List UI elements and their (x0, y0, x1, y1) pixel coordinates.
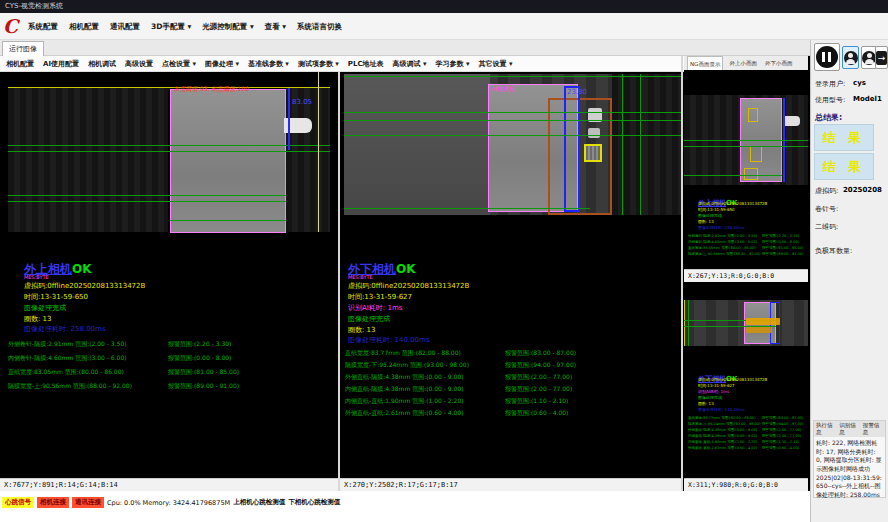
tool-image-process[interactable]: 图像处理 ▾ (205, 59, 239, 69)
measure-row: 内侧卷针-隔膜:4.60mm 范围:(3.00 - 6.00) (688, 240, 757, 244)
qrcode-label: 二维码: (815, 222, 838, 232)
mes-label: MES:BYTE (348, 274, 373, 280)
tab-lower-small-view[interactable]: 外下小画面 (763, 56, 795, 70)
capture-time: 时间:13-31-59-627 (698, 383, 735, 388)
overlay-highlight (746, 318, 780, 325)
menu-camera-config[interactable]: 相机配置 (69, 20, 99, 34)
turns-count: 圈数: 13 (698, 219, 714, 224)
virtual-code: 虚拟码:0ffline2025020813313472B (348, 281, 469, 291)
virtual-code: 虚拟码:0ffline2025020813313472B (698, 201, 767, 206)
process-elapsed: 图像处理耗时: 258.00ms (24, 324, 106, 334)
tab-run-image[interactable]: 运行图像 (2, 41, 44, 56)
capture-time: 时间:13-31-59-650 (698, 207, 735, 212)
pane-divider (681, 56, 683, 491)
alarm-range: 报警范围:(2.00 - 77.00) (505, 373, 572, 382)
heartbeat-badge: 心跳信号 (2, 497, 34, 508)
menu-language-switch[interactable]: 系统语言切换 (297, 20, 342, 34)
measure-row: 内侧直纸-隔膜:4.38mm 范围:(0.00 - 9.00) (345, 385, 464, 394)
tool-ai-config[interactable]: AI使用配置 (43, 59, 79, 69)
menu-view[interactable]: 查看 ▾ (265, 20, 286, 34)
process-done-label: 图像处理完成 (24, 303, 66, 313)
login-user-value: cys (853, 79, 866, 87)
measure-row: 外侧卷针-隔膜:2.91mm 范围:(2.00 - 3.50) (688, 234, 757, 238)
process-elapsed: 图像处理耗时: 140.00ms (698, 407, 745, 412)
toolbar: 相机配置 AI使用配置 相机调试 高级设置 点检设置 ▾ 图像处理 ▾ 基准线参… (0, 56, 684, 72)
tool-test-params[interactable]: 测试项参数 ▾ (298, 59, 339, 69)
user-button-active[interactable] (842, 46, 859, 69)
tool-learn-params[interactable]: 学习参数 ▾ (436, 59, 470, 69)
pause-button[interactable] (814, 43, 840, 71)
measure-row: 外侧卷针-隔膜:2.91mm 范围:(2.00 - 3.50) (8, 340, 127, 349)
tool-spot-check[interactable]: 点检设置 ▾ (162, 59, 196, 69)
pixel-status-small1: X:267;Y:13;R:0;G:0;B:0 (684, 269, 808, 282)
tab-ng-display[interactable]: NG画面显示 (687, 56, 723, 70)
process-done-label: 图像处理完成 (698, 395, 722, 400)
roi-box-yellow (748, 108, 758, 122)
result-box-1: 结 果 (814, 124, 874, 151)
tool-baseline-params[interactable]: 基准线参数 ▾ (248, 59, 289, 69)
info-tabs: 执行信息 识别信息 报警信息 (814, 421, 885, 437)
tab-exec-info[interactable]: 执行信息 (816, 422, 836, 436)
alarm-range: 报警范围:(2.00 - 77.00) (762, 428, 801, 432)
alarm-range: 报警范围:(1.10 - 2.10) (505, 397, 568, 406)
tool-advanced-debug[interactable]: 高级调试 ▾ (393, 59, 427, 69)
pixel-status-small2: X:311;Y:980;R:0;G:0;B:0 (684, 478, 808, 491)
alarm-range: 报警范围:(1.10 - 2.10) (762, 440, 799, 444)
measure-line-green (344, 135, 681, 136)
capture-time: 时间:13-31-59-650 (24, 292, 88, 302)
menu-3d-config[interactable]: 3D手配置 ▾ (151, 20, 191, 34)
tool-advanced-settings[interactable]: 高级设置 (125, 59, 153, 69)
measure-line-green (344, 120, 681, 121)
menu-comm-config[interactable]: 通讯配置 (110, 20, 140, 34)
comm-connect-badge: 通讯连接 (72, 497, 104, 508)
measure-row: 隔膜宽度-下:95.24mm 范围:(93.00 - 98.00) (345, 361, 469, 370)
pause-icon (816, 46, 838, 68)
alarm-range: 报警范围:(2.00 - 77.00) (505, 385, 572, 394)
virtual-code: 虚拟码:0ffline2025020813313472B (24, 281, 145, 291)
roi-box-blue (564, 86, 580, 212)
ai-elapsed: 识别AI耗时: 1ms (348, 303, 402, 313)
measure-row: 外侧直纸-直纸:2.61mm 范围:(0.60 - 4.00) (345, 409, 464, 418)
alarm-range: 报警范围:(2.20 - 3.30) (762, 234, 799, 238)
tool-camera-config[interactable]: 相机配置 (6, 59, 34, 69)
menu-light-config[interactable]: 光源控制配置 ▾ (202, 20, 253, 34)
tab-upper-small-view[interactable]: 外上小画面 (727, 56, 759, 70)
user-icon (844, 51, 858, 65)
tab-highlight (588, 128, 600, 138)
small-view-ng-upper[interactable]: 外上相机OK 虚拟码:0ffline2025020813313472B 时间:1… (684, 70, 808, 269)
turns-count: 圈数: 13 (348, 325, 376, 335)
measure-line-green (8, 145, 330, 146)
measure-row: 直纸宽度:83.05mm 范围:(80.00 - 86.00) (688, 246, 756, 250)
measure-line-green-v (622, 74, 623, 215)
photo-background-right (286, 88, 330, 232)
tool-camera-debug[interactable]: 相机调试 (88, 59, 116, 69)
small-view-ng-lower[interactable]: 外下相机OK 虚拟码:0ffline2025020813313472B 时间:1… (684, 282, 808, 478)
alarm-range: 报警范围:(94.00 - 97.00) (505, 361, 576, 370)
process-elapsed: 图像处理耗时: 258.00ms (698, 225, 745, 230)
menu-items: 系统配置 相机配置 通讯配置 3D手配置 ▾ 光源控制配置 ▾ 查看 ▾ 系统语… (28, 20, 342, 34)
alarm-range: 报警范围:(0.60 - 4.00) (505, 409, 568, 418)
mes-label: MES:BYTE (24, 274, 49, 280)
camera-view-lower[interactable]: AI检测框 23.80 外下相机OK MES:BYTE 虚拟码:0ffline2… (340, 72, 681, 478)
ai-elapsed: 识别AI耗时: 1ms (698, 389, 729, 394)
measure-line-green (684, 140, 808, 141)
roi-box-yellow (750, 146, 762, 162)
info-log-panel[interactable]: 执行信息 识别信息 报警信息 耗时: 222, 网络检测耗时: 17, 网络分类… (813, 420, 886, 498)
measure-line-green-v (688, 300, 689, 346)
tab-recognize-info[interactable]: 识别信息 (839, 422, 859, 436)
menu-system-config[interactable]: 系统配置 (28, 20, 58, 34)
measure-line-green (8, 201, 286, 202)
blue-measure-value: 23.80 (567, 88, 587, 96)
alarm-range: 报警范围:(0.00 - 8.00) (762, 240, 799, 244)
measure-line-green (8, 151, 330, 152)
tab-alarm-info[interactable]: 报警信息 (863, 422, 883, 436)
alarm-range: 报警范围:(81.00 - 85.00) (762, 246, 803, 250)
tool-plc-table[interactable]: PLC地址表 (348, 59, 384, 69)
camera-view-upper[interactable]: 灰度阈值:93, 动态阈值:100 83.05 外上相机OK MES:BYTE … (0, 72, 338, 478)
capture-time: 时间:13-31-59-627 (348, 292, 412, 302)
measure-row: 外侧直纸-隔膜:4.38mm 范围:(0.00 - 9.00) (345, 373, 464, 382)
tool-other-settings[interactable]: 其它设置 ▾ (478, 59, 512, 69)
alarm-range: 报警范围:(2.00 - 77.00) (762, 434, 801, 438)
exit-button[interactable]: → (875, 46, 888, 69)
measure-line-green (684, 146, 808, 147)
